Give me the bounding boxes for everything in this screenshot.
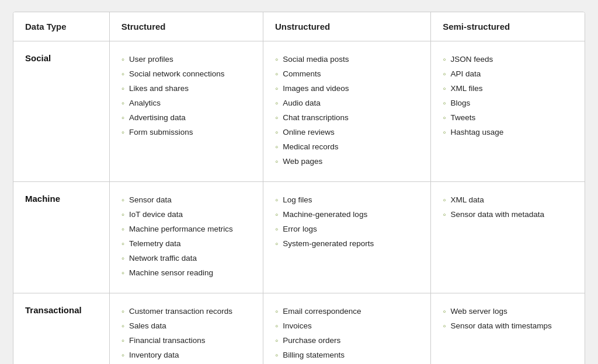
list-item: XML data [443,194,573,207]
list-item: Form submissions [121,126,251,139]
list-item: Comments [275,68,419,81]
row-unstructured-transactional: Email correspondenceInvoicesPurchase ord… [263,293,430,365]
row-category-machine: Machine [13,182,109,293]
list-item: Medical records [275,141,419,154]
header-semistructured: Semi-structured [431,12,585,41]
list-item: Chat transcriptions [275,111,419,125]
row-unstructured-machine: Log filesMachine-generated logsError log… [263,182,430,293]
list-item: Images and videos [275,82,419,96]
list-item: System-generated reports [275,237,419,251]
row-structured-machine: Sensor dataIoT device dataMachine perfor… [109,182,263,293]
list-item: Billing statements [275,349,419,362]
list-item: Blogs [443,97,573,110]
header-structured: Structured [109,12,263,41]
list-item: Email correspondence [275,305,419,318]
list-item: Machine sensor reading [121,267,251,280]
list-item: Sensor data with timestamps [443,320,573,333]
list-item: Online reviews [275,126,419,139]
list-item: Financial transactions [121,334,251,348]
list-item: Likes and shares [121,82,251,96]
list-item: Social network connections [121,68,251,81]
main-table-container: Data Type Structured Unstructured Semi-s… [13,12,585,364]
list-item: Sales data [121,320,251,333]
row-unstructured-social: Social media postsCommentsImages and vid… [263,41,430,182]
list-item: Advertising data [121,111,251,125]
list-item: Web server logs [443,305,573,318]
row-semistructured-transactional: Web server logsSensor data with timestam… [431,293,585,365]
row-category-social: Social [13,41,109,182]
list-item: IoT device data [121,208,251,222]
list-item: Network traffic data [121,252,251,265]
row-semistructured-social: JSON feedsAPI dataXML filesBlogsTweetsHa… [431,41,585,182]
list-item: Tweets [443,111,573,125]
list-item: Web pages [275,155,419,169]
list-item: Purchase orders [275,334,419,348]
list-item: API data [443,68,573,81]
list-item: User profiles [121,53,251,66]
list-item: Invoices [275,320,419,333]
row-structured-transactional: Customer transaction recordsSales dataFi… [109,293,263,365]
header-unstructured: Unstructured [263,12,430,41]
list-item: Telemetry data [121,237,251,251]
row-semistructured-machine: XML dataSensor data with metadata [431,182,585,293]
list-item: XML files [443,82,573,96]
list-item: Error logs [275,223,419,236]
list-item: Hashtag usage [443,126,573,139]
list-item: Audio data [275,97,419,110]
row-category-transactional: Transactional [13,293,109,365]
list-item: Sensor data with metadata [443,208,573,222]
row-structured-social: User profilesSocial network connectionsL… [109,41,263,182]
list-item: JSON feeds [443,53,573,66]
list-item: Social media posts [275,53,419,66]
list-item: Inventory data [121,349,251,362]
list-item: Analytics [121,97,251,110]
list-item: Machine performance metrics [121,223,251,236]
list-item: Machine-generated logs [275,208,419,222]
header-datatype: Data Type [13,12,109,41]
list-item: Log files [275,194,419,207]
list-item: Sensor data [121,194,251,207]
list-item: Customer transaction records [121,305,251,318]
